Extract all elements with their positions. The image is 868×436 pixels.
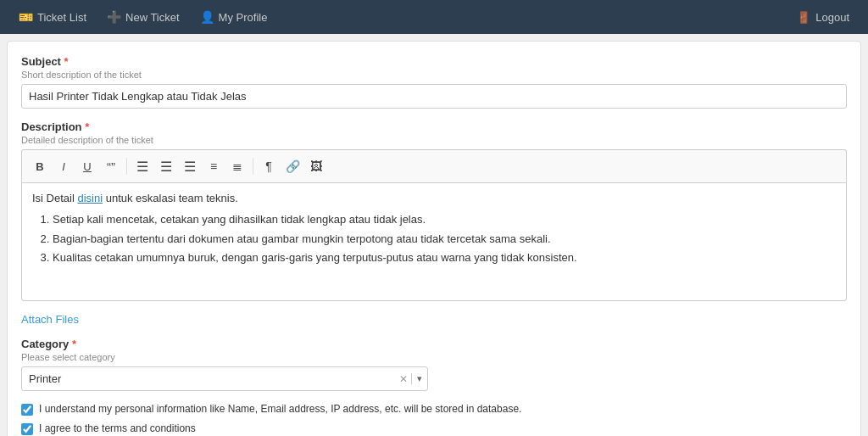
editor-prefix: Isi Detail [32,192,77,204]
toolbar-quote[interactable]: “” [100,155,122,177]
subject-field-group: Subject * Short description of the ticke… [21,55,847,109]
toolbar-list-ol[interactable]: ≣ [226,155,248,177]
checkbox-terms-label: I agree to the terms and conditions [39,422,196,434]
nav-ticket-list-label: Ticket List [37,11,86,24]
nav-new-ticket[interactable]: ➕ New Ticket [98,5,188,29]
attach-files-link[interactable]: Attach Files [21,313,847,326]
category-field-group: Category * Please select category Printe… [21,338,847,391]
my-profile-icon: 👤 [200,10,214,24]
description-field-group: Description * Detailed description of th… [21,120,847,301]
category-label: Category * [21,338,847,350]
nav-new-ticket-label: New Ticket [125,11,180,24]
category-selected-value: Printer [22,367,396,390]
checkbox-row-2: I agree to the terms and conditions [21,422,847,435]
toolbar-underline[interactable]: U [76,155,98,177]
editor-toolbar: B I U “” ☰ ☰ ☰ ≡ ≣ ¶ 🔗 🖼 [21,149,847,182]
list-item-2: Bagian-bagian tertentu dari dokumen atau… [53,231,836,248]
checkbox-row-1: I understand my personal information lik… [21,403,847,416]
editor-link[interactable]: disini [77,192,103,204]
list-item-3: Kualitas cetakan umumnya buruk, dengan g… [53,249,836,266]
category-dropdown-arrow[interactable]: ▾ [411,373,427,384]
toolbar-align-left[interactable]: ☰ [131,155,153,177]
category-clear-button[interactable]: ✕ [396,373,411,385]
logout-icon: 🚪 [797,11,810,24]
logout-label: Logout [815,11,849,24]
nav-my-profile[interactable]: 👤 My Profile [192,5,276,29]
toolbar-align-center[interactable]: ☰ [155,155,177,177]
editor-list: Setiap kali mencetak, cetakan yang dihas… [32,211,836,266]
subject-input[interactable] [21,84,847,109]
checkbox-terms[interactable] [21,423,33,435]
category-hint: Please select category [21,352,847,362]
subject-label: Subject * [21,55,847,68]
editor-area[interactable]: Isi Detail disini untuk eskalasi team te… [21,182,847,301]
editor-suffix: untuk eskalasi team teknis. [103,192,238,204]
list-item-1: Setiap kali mencetak, cetakan yang dihas… [53,211,836,228]
toolbar-image[interactable]: 🖼 [305,155,327,177]
toolbar-align-right[interactable]: ☰ [179,155,201,177]
navbar: 🎫 Ticket List ➕ New Ticket 👤 My Profile … [0,0,868,34]
subject-required: * [64,55,69,68]
description-hint: Detailed description of the ticket [21,135,847,145]
navbar-right: 🚪 Logout [788,6,858,29]
checkbox-personal-info-label: I understand my personal information lik… [39,403,521,415]
editor-main-text: Isi Detail disini untuk eskalasi team te… [32,192,836,204]
toolbar-list-ul[interactable]: ≡ [203,155,225,177]
ticket-list-icon: 🎫 [19,10,33,24]
category-select-wrapper[interactable]: Printer ✕ ▾ [21,366,428,391]
category-required: * [72,338,76,350]
toolbar-link[interactable]: 🔗 [281,155,303,177]
subject-hint: Short description of the ticket [21,70,847,80]
nav-my-profile-label: My Profile [219,11,268,24]
toolbar-paragraph[interactable]: ¶ [258,155,280,177]
toolbar-separator-1 [126,158,127,175]
new-ticket-icon: ➕ [107,10,121,24]
main-form-container: Subject * Short description of the ticke… [7,41,861,436]
navbar-left: 🎫 Ticket List ➕ New Ticket 👤 My Profile [10,5,275,29]
toolbar-separator-2 [253,158,253,175]
nav-ticket-list[interactable]: 🎫 Ticket List [10,5,95,29]
toolbar-bold[interactable]: B [29,155,51,177]
checkbox-personal-info[interactable] [21,404,33,416]
description-required: * [85,120,89,133]
toolbar-italic[interactable]: I [53,155,75,177]
logout-button[interactable]: 🚪 Logout [788,6,858,29]
description-label: Description * [21,120,847,133]
